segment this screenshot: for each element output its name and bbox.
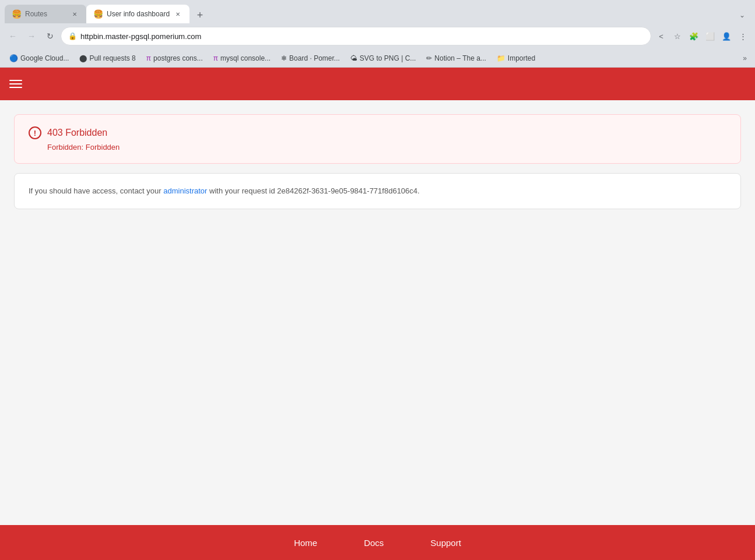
tab-view-button[interactable]: ⬜ — [703, 29, 718, 44]
new-tab-button[interactable]: + — [192, 7, 208, 23]
bookmark-board-pomer-label: Board · Pomer... — [289, 54, 340, 62]
footer-home-link[interactable]: Home — [294, 538, 317, 548]
tab-bar: 🍔 Routes ✕ 🍔 User info dashboard ✕ + ⌄ — [0, 0, 755, 23]
administrator-link[interactable]: administrator — [163, 186, 207, 195]
bookmark-google-cloud[interactable]: 🔵 Google Cloud... — [5, 51, 73, 65]
tab-user-info[interactable]: 🍔 User info dashboard ✕ — [86, 5, 189, 23]
bookmark-notion[interactable]: ✏ Notion – The a... — [422, 51, 491, 65]
bookmark-imported[interactable]: 📁 Imported — [492, 51, 540, 65]
extensions-button[interactable]: 🧩 — [686, 29, 701, 44]
error-card: 403 Forbidden Forbidden: Forbidden — [14, 114, 741, 164]
tab-routes[interactable]: 🍔 Routes ✕ — [5, 5, 86, 23]
address-bar: ← → ↻ 🔒 httpbin.master-pgsql.pomerium.co… — [0, 23, 755, 49]
tab-routes-title: Routes — [25, 10, 66, 18]
bookmarks-bar: 🔵 Google Cloud... ⬤ Pull requests 8 π po… — [0, 49, 755, 68]
bookmark-imported-favicon: 📁 — [497, 54, 505, 62]
tab-user-info-title: User info dashboard — [107, 10, 170, 18]
bookmark-mysql-console[interactable]: π mysql console... — [209, 51, 275, 65]
share-button[interactable]: < — [654, 29, 669, 44]
tab-routes-favicon: 🍔 — [12, 9, 22, 19]
bookmark-postgres-cons-favicon: π — [146, 54, 151, 62]
bookmark-mysql-console-favicon: π — [213, 54, 218, 62]
bookmark-board-pomer[interactable]: ❄ Board · Pomer... — [276, 51, 345, 65]
bookmark-notion-favicon: ✏ — [426, 54, 432, 62]
app-header — [0, 68, 755, 100]
app-wrapper: 403 Forbidden Forbidden: Forbidden If yo… — [0, 68, 755, 560]
browser-minimize-button[interactable]: ⌄ — [734, 7, 750, 23]
bookmark-svg-png-label: SVG to PNG | C... — [360, 54, 416, 62]
bookmark-board-pomer-favicon: ❄ — [281, 54, 287, 62]
hamburger-menu-button[interactable] — [9, 80, 22, 88]
bookmark-button[interactable]: ☆ — [670, 29, 685, 44]
error-subtitle: Forbidden: Forbidden — [29, 143, 726, 152]
bookmark-pull-requests-favicon: ⬤ — [79, 54, 87, 62]
app-footer: Home Docs Support — [0, 525, 755, 560]
error-title: 403 Forbidden — [47, 128, 107, 138]
bookmark-google-cloud-label: Google Cloud... — [20, 54, 69, 62]
browser-chrome: 🍔 Routes ✕ 🍔 User info dashboard ✕ + ⌄ ←… — [0, 0, 755, 68]
tab-user-info-close[interactable]: ✕ — [173, 9, 182, 19]
bookmark-pull-requests[interactable]: ⬤ Pull requests 8 — [75, 51, 140, 65]
address-actions: < ☆ 🧩 ⬜ 👤 ⋮ — [654, 29, 750, 44]
lock-icon: 🔒 — [68, 32, 77, 40]
info-card: If you should have access, contact your … — [14, 173, 741, 209]
main-content: 403 Forbidden Forbidden: Forbidden If yo… — [0, 100, 755, 525]
info-text: If you should have access, contact your … — [29, 185, 726, 197]
bookmark-pull-requests-label: Pull requests 8 — [89, 54, 135, 62]
tab-routes-close[interactable]: ✕ — [70, 9, 79, 19]
bookmark-postgres-cons[interactable]: π postgres cons... — [142, 51, 208, 65]
reload-button[interactable]: ↻ — [42, 28, 58, 44]
tab-user-info-favicon: 🍔 — [93, 9, 103, 19]
error-title-row: 403 Forbidden — [29, 126, 726, 139]
bookmark-svg-png[interactable]: 🌤 SVG to PNG | C... — [346, 51, 420, 65]
footer-support-link[interactable]: Support — [430, 538, 461, 548]
chrome-menu-button[interactable]: ⋮ — [735, 29, 750, 44]
bookmark-imported-label: Imported — [508, 54, 535, 62]
footer-docs-link[interactable]: Docs — [364, 538, 384, 548]
bookmark-google-cloud-favicon: 🔵 — [9, 54, 18, 62]
bookmark-svg-png-favicon: 🌤 — [350, 54, 357, 62]
address-input-wrap[interactable]: 🔒 httpbin.master-pgsql.pomerium.com — [61, 27, 651, 45]
bookmark-postgres-cons-label: postgres cons... — [153, 54, 203, 62]
profile-button[interactable]: 👤 — [719, 29, 734, 44]
back-button[interactable]: ← — [5, 28, 21, 44]
address-text: httpbin.master-pgsql.pomerium.com — [80, 32, 644, 41]
forward-button[interactable]: → — [23, 28, 40, 44]
bookmarks-more-button[interactable]: » — [739, 53, 750, 64]
bookmark-mysql-console-label: mysql console... — [220, 54, 271, 62]
bookmark-notion-label: Notion – The a... — [434, 54, 486, 62]
error-icon — [29, 126, 41, 139]
